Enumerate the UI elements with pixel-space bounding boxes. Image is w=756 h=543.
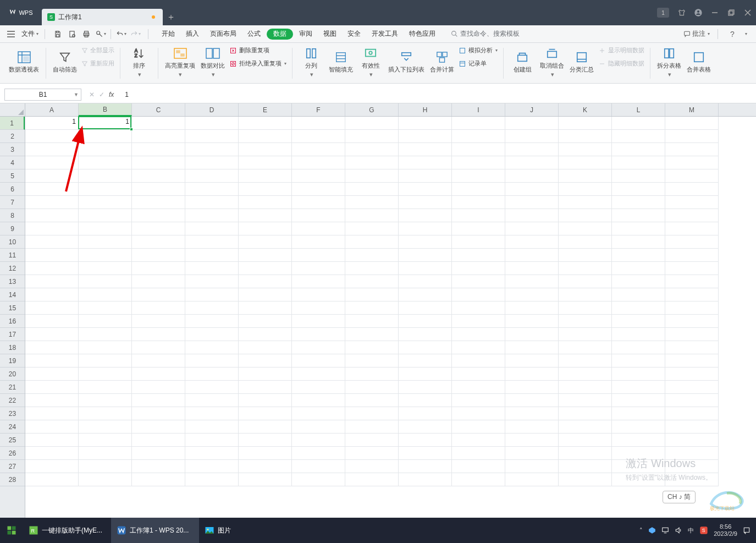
cell[interactable] bbox=[505, 460, 559, 473]
cell[interactable] bbox=[25, 196, 79, 209]
row-header[interactable]: 28 bbox=[0, 473, 25, 486]
cell[interactable] bbox=[452, 288, 505, 301]
cell[interactable] bbox=[505, 288, 559, 301]
cell[interactable] bbox=[399, 447, 452, 460]
cell[interactable] bbox=[79, 301, 132, 315]
cell[interactable] bbox=[505, 407, 559, 420]
column-header[interactable]: J bbox=[505, 103, 559, 116]
cell[interactable] bbox=[452, 354, 505, 368]
cell[interactable] bbox=[79, 196, 132, 209]
column-header[interactable]: L bbox=[612, 103, 665, 116]
cell[interactable] bbox=[665, 249, 719, 262]
cell[interactable] bbox=[612, 235, 665, 249]
cell[interactable] bbox=[612, 434, 665, 447]
cell[interactable] bbox=[25, 288, 79, 301]
column-header[interactable]: K bbox=[559, 103, 612, 116]
print-button[interactable] bbox=[80, 28, 93, 41]
cell[interactable] bbox=[559, 235, 612, 249]
show-all-button[interactable]: 全部显示 bbox=[81, 45, 114, 56]
cell[interactable] bbox=[665, 262, 719, 275]
cell[interactable] bbox=[559, 262, 612, 275]
cell[interactable] bbox=[399, 394, 452, 407]
command-search[interactable]: 查找命令、搜索模板 bbox=[451, 29, 520, 39]
cell[interactable] bbox=[292, 183, 345, 196]
cell[interactable] bbox=[79, 262, 132, 275]
cell[interactable] bbox=[612, 368, 665, 381]
cell[interactable] bbox=[292, 196, 345, 209]
cell[interactable] bbox=[292, 420, 345, 434]
cell[interactable] bbox=[452, 156, 505, 169]
cell[interactable] bbox=[399, 315, 452, 328]
cell[interactable] bbox=[452, 183, 505, 196]
cell[interactable] bbox=[452, 315, 505, 328]
cell[interactable] bbox=[612, 117, 665, 130]
select-all-corner[interactable] bbox=[0, 103, 25, 117]
column-header[interactable]: G bbox=[345, 103, 399, 116]
cell[interactable] bbox=[665, 301, 719, 315]
cell[interactable] bbox=[132, 354, 185, 368]
print-preview-button[interactable] bbox=[65, 28, 79, 41]
cell[interactable] bbox=[452, 130, 505, 143]
cell[interactable] bbox=[345, 460, 399, 473]
group-button[interactable]: 创建组 bbox=[509, 45, 536, 79]
row-header[interactable]: 17 bbox=[0, 328, 25, 341]
cell[interactable] bbox=[345, 315, 399, 328]
cell[interactable] bbox=[399, 262, 452, 275]
cell[interactable] bbox=[505, 354, 559, 368]
cell[interactable] bbox=[612, 381, 665, 394]
row-header[interactable]: 26 bbox=[0, 447, 25, 460]
cell[interactable] bbox=[25, 328, 79, 341]
row-header[interactable]: 16 bbox=[0, 315, 25, 328]
cell[interactable] bbox=[345, 130, 399, 143]
cell[interactable] bbox=[79, 328, 132, 341]
cell[interactable] bbox=[399, 341, 452, 354]
cell[interactable] bbox=[239, 460, 292, 473]
cell[interactable] bbox=[612, 262, 665, 275]
cell[interactable] bbox=[559, 222, 612, 235]
cell[interactable] bbox=[292, 460, 345, 473]
cell[interactable] bbox=[239, 130, 292, 143]
cell[interactable] bbox=[292, 275, 345, 288]
cell[interactable] bbox=[665, 169, 719, 183]
row-header[interactable]: 24 bbox=[0, 420, 25, 434]
cell[interactable] bbox=[345, 301, 399, 315]
cell[interactable] bbox=[239, 301, 292, 315]
cell[interactable] bbox=[239, 143, 292, 156]
fill-handle[interactable] bbox=[130, 128, 133, 131]
cell[interactable] bbox=[79, 368, 132, 381]
row-header[interactable]: 15 bbox=[0, 301, 25, 315]
cell[interactable] bbox=[559, 275, 612, 288]
cell[interactable] bbox=[665, 341, 719, 354]
cell[interactable] bbox=[399, 434, 452, 447]
document-tab[interactable]: S 工作簿1 bbox=[42, 9, 163, 25]
cell[interactable] bbox=[345, 222, 399, 235]
display-icon[interactable] bbox=[661, 526, 669, 534]
cell[interactable] bbox=[399, 249, 452, 262]
row-header[interactable]: 11 bbox=[0, 249, 25, 262]
cell[interactable] bbox=[239, 315, 292, 328]
cell[interactable] bbox=[559, 130, 612, 143]
cell[interactable] bbox=[505, 235, 559, 249]
cell[interactable] bbox=[452, 407, 505, 420]
cell[interactable] bbox=[292, 235, 345, 249]
fx-button[interactable]: fx bbox=[109, 91, 114, 98]
cell[interactable] bbox=[399, 407, 452, 420]
cell[interactable] bbox=[132, 460, 185, 473]
cell[interactable] bbox=[239, 275, 292, 288]
cell[interactable]: 1 bbox=[25, 117, 79, 130]
sort-button[interactable]: AZ 排序▾ bbox=[126, 45, 152, 79]
cell[interactable] bbox=[505, 301, 559, 315]
cell[interactable] bbox=[79, 460, 132, 473]
cell[interactable] bbox=[505, 262, 559, 275]
cell[interactable] bbox=[612, 183, 665, 196]
cell[interactable] bbox=[452, 209, 505, 222]
hamburger-button[interactable] bbox=[4, 28, 18, 41]
cell[interactable] bbox=[452, 328, 505, 341]
cell[interactable] bbox=[665, 381, 719, 394]
reject-duplicates-button[interactable]: 拒绝录入重复项▾ bbox=[229, 58, 286, 69]
cell[interactable] bbox=[399, 130, 452, 143]
cell[interactable] bbox=[132, 434, 185, 447]
cell[interactable] bbox=[505, 222, 559, 235]
cell[interactable] bbox=[559, 249, 612, 262]
cell[interactable] bbox=[239, 196, 292, 209]
